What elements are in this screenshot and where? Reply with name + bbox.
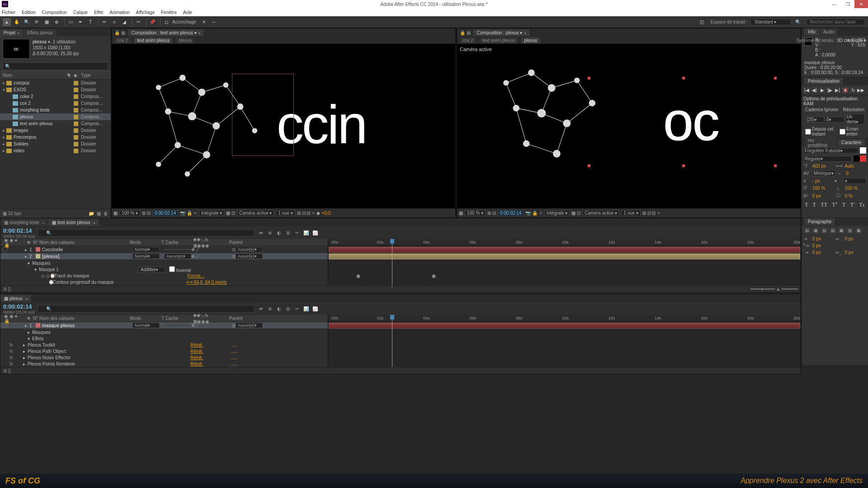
effect-row[interactable]: fx▸Plexus Noise EffectorRéinit....... <box>0 354 328 361</box>
effect-row[interactable]: fx▸Plexus Path ObjectRéinit....... <box>0 348 328 354</box>
views-select[interactable]: 1 vue ▾ <box>276 210 295 216</box>
ram-res-select[interactable]: Un demi▾ <box>845 114 864 125</box>
fullscreen-checkbox[interactable] <box>840 129 845 135</box>
eraser-tool[interactable]: ◢ <box>120 18 128 26</box>
project-item[interactable]: ▸SolidesDossier <box>0 141 111 147</box>
mute-button[interactable]: 🔇 <box>842 87 849 93</box>
pan-behind-tool[interactable]: ⊕ <box>52 18 61 26</box>
style-button[interactable]: T' <box>850 202 855 208</box>
project-item[interactable]: ▸videoDossier <box>0 147 111 154</box>
graph-editor-icon[interactable]: 📈 <box>311 229 319 236</box>
selection-tool[interactable]: ▲ <box>3 18 11 26</box>
font-style-select[interactable]: Regular▾ <box>803 156 852 162</box>
project-item[interactable]: morphing texteComposi... <box>0 107 111 113</box>
res-select[interactable]: Intégrale ▾ <box>199 210 225 216</box>
workspace-icon[interactable]: ◫ <box>698 18 706 26</box>
feather-value[interactable]: ⟷ 64,0, 64,0 pixels <box>186 280 227 285</box>
maximize-button[interactable]: ❐ <box>841 0 854 8</box>
tab-audio[interactable]: Audio <box>820 28 839 35</box>
project-item[interactable]: ▸imagesDossier <box>0 127 111 134</box>
snap-opt-icon[interactable]: ✕ <box>200 18 208 26</box>
timeline-tab[interactable]: ▦ plexus × <box>0 295 32 302</box>
keyframe[interactable] <box>356 274 360 279</box>
viewer1-canvas[interactable]: ccin <box>112 44 455 208</box>
first-frame-button[interactable]: |◀ <box>803 87 810 93</box>
col-type[interactable]: Type <box>81 73 108 78</box>
text-tool[interactable]: T <box>86 18 94 26</box>
tl1-timecode[interactable]: 0:00:02:14 <box>3 227 35 234</box>
tl1-search[interactable] <box>38 229 255 237</box>
exposure[interactable]: +0,0 <box>322 211 331 216</box>
baseline[interactable]: 0 px <box>812 193 834 198</box>
workspace-select[interactable]: Standard ▾ <box>750 19 791 25</box>
viewer2-canvas[interactable]: Caméra active oc <box>457 44 801 208</box>
camera-tool[interactable]: ▦ <box>42 18 51 26</box>
kerning-select[interactable]: Métrique▾ <box>812 170 835 176</box>
stroke-color[interactable] <box>860 155 866 162</box>
zoom-select[interactable]: 100 % ▾ <box>119 210 140 216</box>
viewer1-tab[interactable]: Composition : text anim plexus ▾× <box>128 29 205 36</box>
tl2-timecode[interactable]: 0:00:02:14 <box>3 303 35 310</box>
playhead[interactable] <box>392 315 392 367</box>
rotobrush-tool[interactable]: ✂ <box>134 18 142 26</box>
layer-row[interactable]: ▸2[plexus]Normal▾Aucun(e)▾✱ ╱ ⊙Aucun(e)▾ <box>0 253 328 260</box>
tab-paragraph[interactable]: Paragraphe <box>804 218 835 225</box>
menu-aide[interactable]: Aide <box>183 10 192 15</box>
layer-row[interactable]: ▸1masque plexusNormal▾✱ ╱ ⊙Aucun(e)▾ <box>0 322 328 329</box>
project-item[interactable]: coke 2Composi... <box>0 93 111 100</box>
font-select[interactable]: Forgotten Futurist▾ <box>803 148 858 154</box>
views-select[interactable]: 1 vue ▾ <box>621 210 640 216</box>
clone-tool[interactable]: ⎌ <box>110 18 118 26</box>
project-item[interactable]: ▸PrecomposDossier <box>0 134 111 141</box>
justify-right-icon[interactable]: ▥ <box>846 227 854 234</box>
menu-calque[interactable]: Calque <box>73 10 88 15</box>
last-frame-button[interactable]: ▶| <box>834 87 841 93</box>
tracking[interactable]: 0 <box>846 171 867 176</box>
fps-select[interactable]: (25)▾ <box>805 117 824 122</box>
space-before[interactable]: 0 px <box>812 250 834 255</box>
tab-info[interactable]: Info <box>804 28 820 35</box>
shape-tool[interactable]: ▭ <box>66 18 75 26</box>
skip-select[interactable]: 0▾ <box>825 117 844 122</box>
breadcrumb-item[interactable]: text anim plexus <box>480 38 518 43</box>
res-select[interactable]: Intégrale ▾ <box>544 210 570 216</box>
vscale[interactable]: 100 % <box>812 186 834 191</box>
viewer2-tab[interactable]: Composition : plexus ▾× <box>473 29 530 36</box>
align-left-icon[interactable]: ▤ <box>803 227 811 234</box>
project-item[interactable]: ▸composDossier <box>0 80 111 86</box>
hand-tool[interactable]: ✋ <box>13 18 21 26</box>
layer-bar-2[interactable] <box>329 253 800 259</box>
project-search-input[interactable] <box>3 62 108 70</box>
style-button[interactable]: T <box>813 202 816 208</box>
layer-bar[interactable] <box>329 323 800 328</box>
indent-left[interactable]: 0 px <box>812 236 834 241</box>
menu-edition[interactable]: Edition <box>22 10 36 15</box>
effect-row[interactable]: fx▸Plexus Points RendererRéinit....... <box>0 361 328 367</box>
snap-icon[interactable]: ◻ <box>162 18 170 26</box>
zoom-tool[interactable]: 🔍 <box>23 18 31 26</box>
project-item[interactable]: cox 2Composi... <box>0 100 111 107</box>
playhead[interactable] <box>392 239 392 285</box>
project-list[interactable]: ▸composDossier▾EXOSDossiercoke 2Composi.… <box>0 80 111 209</box>
next-frame-button[interactable]: |▶ <box>826 87 833 93</box>
project-item[interactable]: text anim plexusComposi... <box>0 120 111 127</box>
layer-bar-1[interactable] <box>329 247 800 253</box>
from-current-checkbox[interactable] <box>805 129 811 135</box>
breadcrumb-item[interactable]: cox 2 <box>460 38 476 43</box>
col-name[interactable]: Nom <box>3 73 66 78</box>
ram-preview-button[interactable]: ▶▶ <box>857 87 864 93</box>
cam-select[interactable]: Caméra active ▾ <box>582 210 619 216</box>
justify-all-icon[interactable]: ▦ <box>855 227 862 234</box>
trash-icon[interactable]: 🗑 <box>104 211 108 216</box>
snap-opt2-icon[interactable]: ↔ <box>210 18 218 26</box>
tsume[interactable]: 0 % <box>845 193 867 198</box>
breadcrumb-item[interactable]: text anim plexus <box>134 38 172 43</box>
menu-effet[interactable]: Effet <box>94 10 103 15</box>
project-item[interactable]: plexusComposi... <box>0 113 111 120</box>
prev-frame-button[interactable]: ◀| <box>811 87 818 93</box>
fill-color[interactable] <box>860 147 866 154</box>
swap-icon[interactable] <box>854 155 860 162</box>
menu-animation[interactable]: Animation <box>109 10 129 15</box>
menu-affichage[interactable]: Affichage <box>136 10 155 15</box>
layer-row[interactable]: ▸1CoccinelleNormal▾✱ ╱ ⊙Aucun(e)▾ <box>0 246 328 253</box>
